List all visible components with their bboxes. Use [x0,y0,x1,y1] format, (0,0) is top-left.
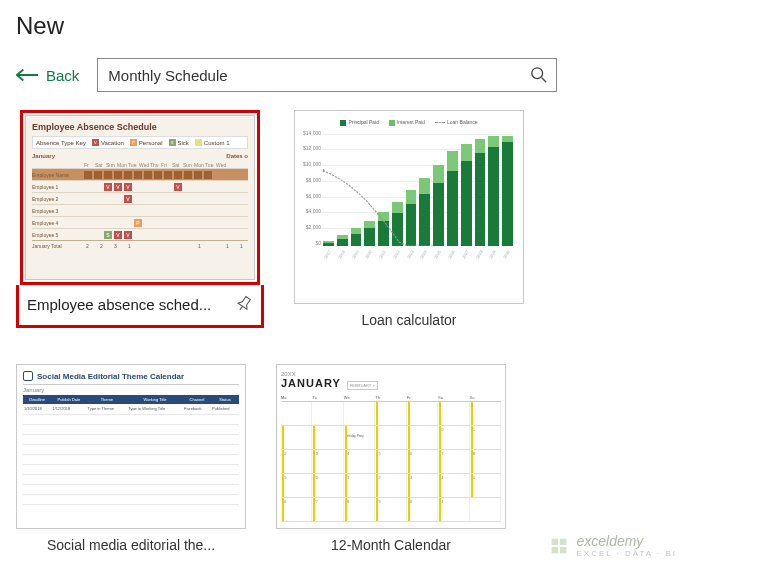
arrow-left-icon [16,68,38,82]
template-card-social-media[interactable]: Social Media Editorial Theme Calendar Ja… [16,364,246,553]
template-grid: Employee Absence Schedule Absence Type K… [16,110,751,553]
search-input[interactable] [108,67,530,84]
template-caption: 12-Month Calendar [331,537,451,553]
template-caption: Employee absence sched... [27,296,211,313]
template-caption: Social media editorial the... [47,537,215,553]
search-box[interactable] [97,58,557,92]
template-caption: Loan calculator [362,312,457,328]
back-label: Back [46,67,79,84]
template-thumbnail: Employee Absence Schedule Absence Type K… [25,115,255,280]
template-thumbnail: Principal Paid Interest Paid Loan Balanc… [294,110,524,304]
search-icon[interactable] [530,66,548,84]
svg-point-0 [532,68,543,79]
template-card-loan-calculator[interactable]: Principal Paid Interest Paid Loan Balanc… [294,110,524,328]
template-thumbnail: 20XX JANUARYFEBRUARY > MoTuWeThFrSaSu 12… [276,364,506,529]
pin-icon[interactable] [235,295,253,313]
template-card-12-month-calendar[interactable]: 20XX JANUARYFEBRUARY > MoTuWeThFrSaSu 12… [276,364,506,553]
back-button[interactable]: Back [16,67,79,84]
template-thumbnail: Social Media Editorial Theme Calendar Ja… [16,364,246,529]
template-card-employee-absence[interactable]: Employee Absence Schedule Absence Type K… [16,110,264,328]
page-title: New [16,12,751,40]
svg-line-1 [542,78,547,83]
